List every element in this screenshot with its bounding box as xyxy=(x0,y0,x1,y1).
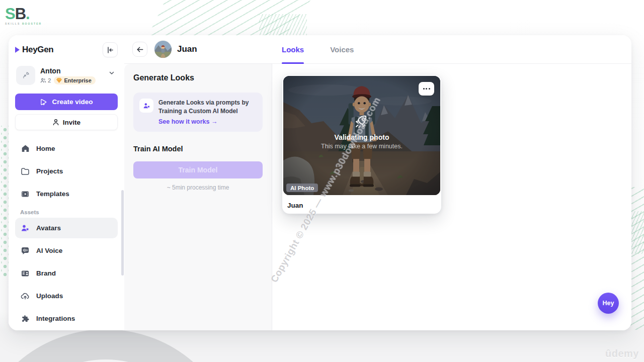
udemy-watermark: ûdemy xyxy=(605,348,639,359)
back-arrow-icon xyxy=(136,46,144,53)
tab-voices[interactable]: Voices xyxy=(330,35,354,63)
create-video-icon xyxy=(40,98,48,106)
sidebar-collapse-button[interactable] xyxy=(103,42,118,57)
gem-icon xyxy=(56,78,62,83)
sidebar-item-projects[interactable]: Projects xyxy=(15,161,118,182)
brand-icon xyxy=(20,269,30,278)
avatar-name-title: Juan xyxy=(177,44,197,54)
sb-logo-text: SB. xyxy=(5,6,42,22)
create-video-button[interactable]: Create video xyxy=(15,94,118,110)
tabs: Looks Voices xyxy=(282,35,354,63)
sb-logo-subtext: SKILLS BOOSTER xyxy=(5,23,42,25)
rocket-icon xyxy=(21,71,30,80)
sidebar-item-brand[interactable]: Brand xyxy=(15,263,118,284)
sidebar-item-integrations[interactable]: Integrations xyxy=(15,308,118,329)
looks-content: Validating photo This may take a few min… xyxy=(272,64,631,330)
avatars-icon xyxy=(20,224,30,233)
look-photo: Validating photo This may take a few min… xyxy=(283,76,440,195)
chevron-down-icon xyxy=(109,70,115,76)
train-ai-model-title: Train AI Model xyxy=(133,145,263,153)
main-column: Juan Looks Voices Generate Looks Generat… xyxy=(124,35,631,330)
sidebar: HeyGen Anton 2 Enterprise xyxy=(9,35,124,330)
sb-logo-dot: . xyxy=(26,5,30,23)
sidebar-item-uploads[interactable]: Uploads xyxy=(15,286,118,306)
invite-person-icon xyxy=(52,119,59,126)
app-window: HeyGen Anton 2 Enterprise xyxy=(9,35,631,330)
sb-logo-b: B xyxy=(15,5,26,23)
ai-photo-badge: AI Photo xyxy=(286,184,318,192)
info-text: Generate Looks via prompts by Training a… xyxy=(158,99,257,116)
status-subtitle: This may take a few minutes. xyxy=(283,143,440,150)
workspace-avatar xyxy=(16,66,35,85)
sidebar-nav: Home Projects Templates Assets Avatars A… xyxy=(15,138,118,329)
panel-title: Generate Looks xyxy=(133,73,263,82)
validation-status: Validating photo This may take a few min… xyxy=(283,112,440,150)
sb-logo-s: S xyxy=(5,5,15,23)
heygen-wordmark: HeyGen xyxy=(22,45,53,55)
sidebar-item-templates[interactable]: Templates xyxy=(15,184,118,204)
card-menu-button[interactable] xyxy=(419,82,434,96)
heygen-play-icon xyxy=(15,47,20,53)
dots-icon xyxy=(423,88,425,89)
home-icon xyxy=(20,144,30,153)
assets-section-label: Assets xyxy=(20,209,118,215)
sidebar-scrollbar[interactable] xyxy=(121,190,124,276)
train-model-button[interactable]: Train Model xyxy=(133,161,263,178)
puzzle-icon xyxy=(20,314,30,323)
sidebar-item-home[interactable]: Home xyxy=(15,138,118,159)
heygen-assistant-fab[interactable]: Hey xyxy=(598,293,619,314)
heygen-logo: HeyGen xyxy=(15,45,53,55)
folder-icon xyxy=(20,167,30,176)
decor-stripes-top-dense xyxy=(259,14,307,38)
sidebar-item-ai-voice[interactable]: AI Voice xyxy=(15,240,118,261)
avatar-thumbnail xyxy=(154,41,172,58)
topbar: Juan Looks Voices xyxy=(124,35,631,64)
tab-looks[interactable]: Looks xyxy=(282,35,304,63)
workspace-name: Anton xyxy=(40,67,96,75)
sidebar-item-avatars[interactable]: Avatars xyxy=(15,218,118,238)
sb-logo: SB. SKILLS BOOSTER xyxy=(5,6,42,25)
see-how-it-works-link[interactable]: See how it works → xyxy=(158,118,217,125)
collapse-icon xyxy=(107,46,114,54)
workspace-switcher[interactable]: Anton 2 Enterprise xyxy=(15,65,118,86)
plan-badge: Enterprise xyxy=(54,76,95,84)
invite-button[interactable]: Invite xyxy=(15,114,118,130)
back-button[interactable] xyxy=(132,42,147,57)
upload-cloud-icon xyxy=(20,292,30,301)
ai-voice-icon xyxy=(20,246,30,255)
generate-looks-panel: Generate Looks Generate Looks via prompt… xyxy=(124,64,272,330)
status-title: Validating photo xyxy=(283,133,440,141)
templates-icon xyxy=(20,190,30,199)
processing-time-note: ~ 5min processing time xyxy=(133,184,263,191)
info-card: Generate Looks via prompts by Training a… xyxy=(133,93,263,132)
ai-avatar-icon xyxy=(139,99,153,113)
rocket-icon xyxy=(353,112,371,130)
look-name: Juan xyxy=(287,202,303,209)
members-icon xyxy=(40,77,46,83)
workspace-member-count: 2 xyxy=(40,77,51,83)
look-card[interactable]: Validating photo This may take a few min… xyxy=(282,75,441,214)
